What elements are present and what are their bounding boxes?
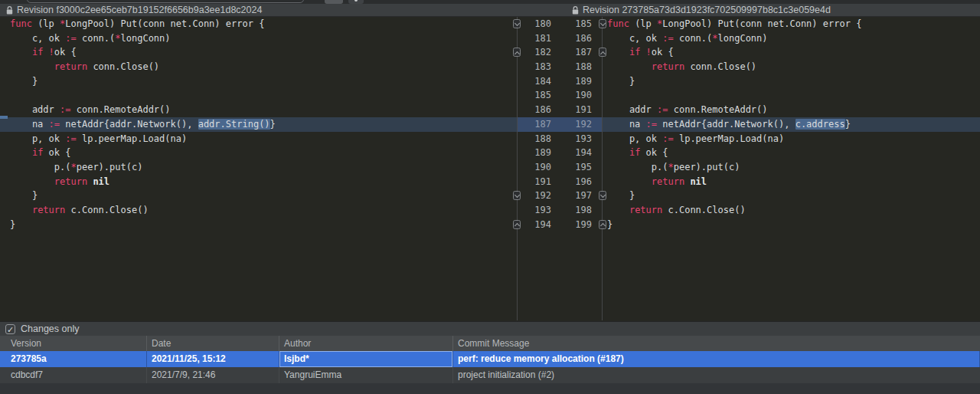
line-number-right[interactable]: 194 bbox=[551, 146, 592, 160]
code-line[interactable]: if ok { bbox=[603, 146, 980, 160]
changes-only-label[interactable]: Changes only bbox=[21, 323, 79, 334]
line-number-right[interactable]: 193 bbox=[551, 132, 592, 146]
right-revision-title: Revision 273785a73d3d1923fc702509997b8c1… bbox=[572, 4, 831, 16]
code-line[interactable]: na := netAddr{addr.Network(), c.address} bbox=[603, 117, 980, 132]
toolbar-input[interactable] bbox=[27, 0, 304, 3]
toolbar-widget[interactable] bbox=[348, 0, 364, 4]
changes-only-checkbox[interactable]: ✓ bbox=[5, 324, 15, 334]
line-number-left[interactable]: 188 bbox=[518, 132, 551, 146]
fold-expand-down-icon[interactable] bbox=[599, 19, 606, 28]
line-number-left[interactable]: 185 bbox=[518, 88, 551, 103]
cell-version[interactable]: 273785a bbox=[0, 351, 147, 367]
fold-expand-down-icon[interactable] bbox=[513, 191, 521, 200]
code-line[interactable]: addr := conn.RemoteAddr() bbox=[603, 103, 980, 117]
line-number-right[interactable]: 192 bbox=[551, 117, 592, 132]
code-line[interactable]: return c.Conn.Close() bbox=[603, 203, 980, 218]
code-line[interactable]: } bbox=[603, 218, 980, 232]
fold-expand-up-icon[interactable] bbox=[513, 48, 521, 57]
code-token-keyword: * bbox=[70, 162, 76, 172]
cell-message[interactable]: project initialization (#2) bbox=[453, 367, 980, 383]
cell-author[interactable]: YangruiEmma bbox=[279, 367, 453, 383]
code-token-keyword: ! bbox=[646, 47, 652, 57]
column-header-author[interactable]: Author bbox=[279, 336, 453, 351]
code-token bbox=[10, 176, 54, 187]
code-token-keyword: if bbox=[32, 47, 43, 57]
column-header-date[interactable]: Date bbox=[147, 336, 279, 351]
code-token-diff-highlight: c.address bbox=[795, 119, 845, 130]
code-line[interactable]: return nil bbox=[603, 175, 980, 189]
line-number-left[interactable]: 189 bbox=[518, 146, 551, 160]
line-number-left[interactable]: 184 bbox=[518, 74, 551, 89]
line-number-right[interactable]: 187 bbox=[551, 45, 592, 60]
code-line[interactable]: } bbox=[0, 218, 517, 232]
column-header-commit-message[interactable]: Commit Message bbox=[453, 336, 980, 351]
code-line[interactable]: p, ok := lp.peerMap.Load(na) bbox=[603, 132, 980, 146]
code-line[interactable]: c, ok := conn.(*longConn) bbox=[603, 31, 980, 46]
fold-expand-up-icon[interactable] bbox=[513, 220, 521, 229]
cell-date[interactable]: 2021/7/9, 21:46 bbox=[147, 367, 279, 383]
line-number-left[interactable]: 192 bbox=[518, 189, 551, 203]
code-line[interactable]: c, ok := conn.(*longConn) bbox=[0, 31, 517, 46]
line-number-left[interactable]: 180 bbox=[518, 17, 551, 31]
code-line[interactable]: p.(*peer).put(c) bbox=[603, 160, 980, 175]
line-number-left[interactable]: 190 bbox=[518, 160, 551, 175]
code-line[interactable]: p, ok := lp.peerMap.Load(na) bbox=[0, 132, 517, 146]
fold-expand-up-icon[interactable] bbox=[599, 220, 606, 229]
code-line[interactable]: na := netAddr{addr.Network(), addr.Strin… bbox=[0, 117, 517, 132]
code-line[interactable]: return conn.Close() bbox=[603, 60, 980, 74]
gutter-row: 184189 bbox=[518, 74, 602, 89]
line-number-right[interactable]: 196 bbox=[551, 175, 592, 189]
line-number-left[interactable]: 193 bbox=[518, 203, 551, 218]
code-line[interactable]: if !ok { bbox=[603, 45, 980, 60]
code-line[interactable]: return conn.Close() bbox=[0, 60, 517, 74]
code-line[interactable]: if ok { bbox=[0, 146, 517, 160]
column-header-version[interactable]: Version bbox=[0, 336, 147, 351]
line-number-left[interactable]: 194 bbox=[518, 218, 551, 232]
line-number-right[interactable]: 191 bbox=[551, 103, 592, 117]
line-number-right[interactable]: 195 bbox=[551, 160, 592, 175]
line-number-left[interactable]: 182 bbox=[518, 45, 551, 60]
line-number-left[interactable]: 183 bbox=[518, 60, 551, 74]
cell-author[interactable]: lsjbd* bbox=[279, 351, 453, 367]
code-line[interactable]: } bbox=[603, 74, 980, 89]
code-line[interactable]: return nil bbox=[0, 175, 517, 189]
line-number-right[interactable]: 190 bbox=[551, 88, 592, 103]
code-line[interactable]: addr := conn.RemoteAddr() bbox=[0, 103, 517, 117]
table-row[interactable]: 273785a2021/11/25, 15:12lsjbd*perf: redu… bbox=[0, 351, 980, 367]
line-number-left[interactable]: 186 bbox=[518, 103, 551, 117]
code-line[interactable] bbox=[603, 88, 980, 103]
line-number-right[interactable]: 188 bbox=[551, 60, 592, 74]
fold-expand-up-icon[interactable] bbox=[599, 48, 606, 57]
right-code-pane[interactable]: func (lp *LongPool) Put(conn net.Conn) e… bbox=[603, 17, 980, 320]
gutter-row: 193198 bbox=[518, 203, 602, 218]
code-line[interactable]: } bbox=[0, 74, 517, 89]
left-code-pane[interactable]: func (lp *LongPool) Put(conn net.Conn) e… bbox=[0, 17, 517, 320]
code-line[interactable]: func (lp *LongPool) Put(conn net.Conn) e… bbox=[0, 17, 517, 31]
line-number-right[interactable]: 198 bbox=[551, 203, 592, 218]
line-number-right[interactable]: 186 bbox=[551, 31, 592, 46]
fold-expand-down-icon[interactable] bbox=[513, 19, 521, 28]
line-number-left[interactable]: 191 bbox=[518, 175, 551, 189]
code-token bbox=[43, 47, 48, 57]
code-line[interactable]: p.(*peer).put(c) bbox=[0, 160, 517, 175]
code-token bbox=[10, 147, 32, 158]
toolbar-button[interactable] bbox=[325, 0, 343, 4]
code-line[interactable] bbox=[0, 88, 517, 103]
code-line[interactable]: } bbox=[603, 189, 980, 203]
line-number-right[interactable]: 185 bbox=[551, 17, 592, 31]
line-number-right[interactable]: 197 bbox=[551, 189, 592, 203]
line-number-left[interactable]: 181 bbox=[518, 31, 551, 46]
code-line[interactable]: if !ok { bbox=[0, 45, 517, 60]
cell-date[interactable]: 2021/11/25, 15:12 bbox=[147, 351, 279, 367]
code-token-keyword: return bbox=[652, 176, 684, 187]
fold-expand-down-icon[interactable] bbox=[599, 191, 606, 200]
code-line[interactable]: } bbox=[0, 189, 517, 203]
line-number-right[interactable]: 189 bbox=[551, 74, 592, 89]
line-number-right[interactable]: 199 bbox=[551, 218, 592, 232]
code-line[interactable]: func (lp *LongPool) Put(conn net.Conn) e… bbox=[603, 17, 980, 31]
code-line[interactable]: return c.Conn.Close() bbox=[0, 203, 517, 218]
cell-version[interactable]: cdbcdf7 bbox=[0, 367, 147, 383]
line-number-left[interactable]: 187 bbox=[518, 117, 551, 132]
table-row[interactable]: cdbcdf72021/7/9, 21:46YangruiEmmaproject… bbox=[0, 367, 980, 383]
cell-message[interactable]: perf: reduce memory allocation (#187) bbox=[453, 351, 980, 367]
